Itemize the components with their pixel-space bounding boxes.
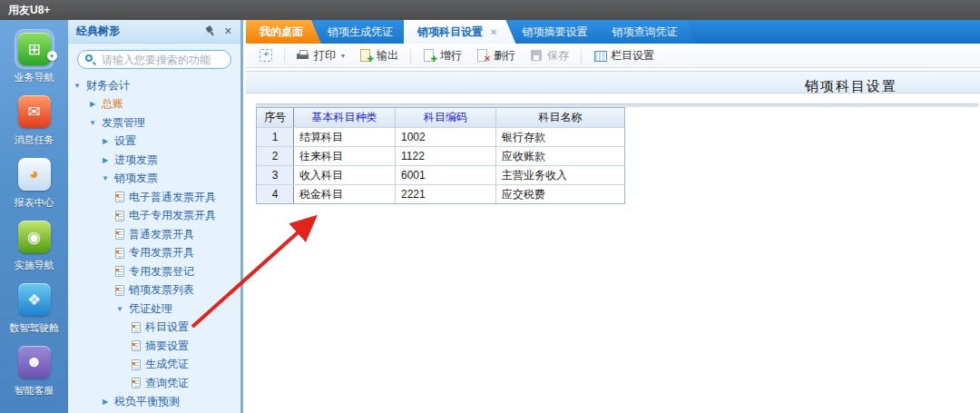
tree-item-label: 总账	[102, 96, 123, 112]
tree-item[interactable]: 进项发票	[68, 151, 240, 170]
sidebar-item[interactable]: ▾ 数智驾驶舱	[9, 280, 59, 335]
tree-panel-title: 经典树形	[76, 24, 204, 39]
toolbar-button-icon	[423, 49, 436, 62]
tree-expander-icon[interactable]	[101, 398, 110, 406]
tree-expander-icon[interactable]	[101, 137, 110, 145]
cell-row-number: 2	[257, 147, 293, 165]
cell-subject-name[interactable]: 主营业务收入	[495, 166, 624, 184]
window-titlebar: 用友U8+	[0, 0, 980, 20]
tree-item[interactable]: 财务会计	[68, 76, 240, 95]
tree-item[interactable]: 销项发票列表	[68, 281, 240, 300]
tab-close-icon[interactable]	[490, 27, 497, 37]
sidebar-icon-wrap: ▾	[15, 155, 54, 193]
toolbar-button[interactable]	[410, 49, 411, 63]
sidebar-icon-wrap: ▾	[15, 93, 54, 131]
grid-header-row: 序号基本科目种类科目编码科目名称	[257, 108, 624, 127]
toolbar-button[interactable]	[284, 49, 285, 63]
tree-expander-icon[interactable]	[101, 156, 110, 164]
document-tab[interactable]: 我的桌面	[246, 20, 321, 44]
sidebar-item[interactable]: ▾ 智能客服	[15, 343, 54, 398]
chevron-down-icon[interactable]: ▾	[47, 51, 57, 61]
cell-subject-code[interactable]: 6001	[395, 166, 495, 184]
sidebar-icon-wrap: ▾	[15, 343, 54, 381]
tree-expander-icon[interactable]	[88, 119, 97, 127]
tree-item[interactable]: 查询凭证	[68, 374, 240, 393]
print[interactable]: 打印	[289, 45, 352, 66]
tab-label: 销项摘要设置	[522, 25, 587, 40]
document-tab[interactable]: 销项摘要设置	[508, 20, 605, 44]
tree-expander-icon[interactable]	[115, 305, 124, 313]
tab-label: 销项查询凭证	[612, 25, 677, 40]
tree-item[interactable]: 电子专用发票开具	[68, 207, 240, 226]
tree-item[interactable]: 税负平衡预测	[68, 393, 240, 412]
tree-item[interactable]: 发票管理	[68, 113, 240, 133]
tree-expander-icon[interactable]	[88, 100, 97, 108]
tree-item-label: 进项发票	[114, 152, 158, 168]
cell-row-number: 3	[257, 166, 293, 184]
sidebar-item[interactable]: ▾ 实施导航	[15, 218, 54, 272]
document-tab[interactable]: 销项生成凭证	[314, 20, 411, 44]
cell-subject-kind[interactable]: 结算科目	[293, 128, 395, 146]
sidebar-module-icon	[18, 158, 51, 191]
sidebar-item[interactable]: ▾ 报表中心	[15, 155, 54, 210]
tree-item-label: 电子普通发票开具	[129, 190, 216, 205]
银行存款[interactable]: 1 结算科目 1002 银行存款	[257, 127, 624, 146]
sidebar-icon-wrap: ▾	[15, 280, 54, 319]
tree-item[interactable]: 生成凭证	[68, 356, 240, 375]
add-row[interactable]: 增行	[416, 45, 469, 66]
cell-row-number: 4	[257, 185, 293, 203]
cell-subject-kind[interactable]: 往来科目	[293, 147, 395, 165]
cell-subject-kind[interactable]: 收入科目	[293, 166, 395, 184]
export[interactable]: 输出	[352, 45, 406, 66]
tree-item[interactable]: 总账	[68, 95, 240, 114]
tree-item[interactable]: 普通发票开具	[68, 225, 240, 244]
document-tab[interactable]: 销项科目设置	[404, 20, 515, 44]
cell-subject-code[interactable]: 1002	[395, 128, 495, 146]
sidebar-icon-wrap: ▾	[15, 218, 54, 256]
sidebar-module-icon	[18, 346, 51, 379]
tree-item[interactable]: 设置	[68, 133, 240, 152]
tree-item-label: 税负平衡预测	[114, 394, 180, 409]
应收账款[interactable]: 2 往来科目 1122 应收账款	[257, 146, 624, 165]
sidebar-item[interactable]: ▾ 业务导航	[15, 30, 54, 84]
tree-item[interactable]: 摘要设置	[68, 337, 240, 356]
cell-subject-code[interactable]: 2221	[395, 185, 495, 203]
toolbar-button[interactable]	[581, 49, 582, 63]
search-input[interactable]	[77, 50, 231, 69]
sidebar-item-label: 业务导航	[15, 71, 54, 84]
tree-item[interactable]: 专用发票开具	[68, 244, 240, 263]
document-tab[interactable]: 销项查询凭证	[598, 20, 695, 44]
toolbar-button-label: 增行	[440, 48, 462, 64]
cell-subject-name[interactable]: 银行存款	[495, 128, 624, 146]
tree-item[interactable]: 专用发票登记	[68, 262, 240, 281]
主营业务收入[interactable]: 3 收入科目 6001 主营业务收入	[257, 165, 624, 184]
tree-item[interactable]: 科目设置	[68, 319, 240, 338]
tree-item-label: 凭证处理	[129, 301, 172, 317]
tree-search-area	[68, 44, 240, 76]
sidebar-item[interactable]: ▾ 消息任务	[15, 93, 54, 147]
add-tab[interactable]	[252, 46, 279, 64]
tree-item[interactable]: 销项发票	[68, 170, 240, 189]
tree-expander-icon[interactable]	[73, 82, 82, 90]
cell-subject-name[interactable]: 应交税费	[495, 185, 624, 203]
tree-item[interactable]: 凭证处理	[68, 300, 240, 319]
document-icon	[115, 266, 124, 277]
cell-subject-code[interactable]: 1122	[395, 147, 495, 165]
page-title-band: 销项科目设置	[246, 71, 980, 93]
tree-expander-icon[interactable]	[101, 174, 110, 182]
cell-subject-name[interactable]: 应收账款	[495, 147, 624, 165]
tree-item[interactable]: 电子普通发票开具	[68, 188, 240, 207]
close-icon[interactable]: ✕	[224, 25, 232, 37]
column-settings[interactable]: 栏目设置	[586, 45, 662, 66]
应交税费[interactable]: 4 税金科目 2221 应交税费	[257, 184, 624, 203]
save[interactable]: 保存	[523, 45, 576, 66]
cell-subject-kind[interactable]: 税金科目	[293, 185, 395, 203]
tree-item-label: 电子专用发票开具	[129, 208, 216, 223]
delete-row[interactable]: 删行	[469, 45, 523, 66]
pin-icon[interactable]	[201, 24, 218, 40]
cell-row-number: 1	[257, 128, 293, 146]
toolbar: 打印 输出 增行 删行 保存	[246, 44, 980, 68]
tree-item-label: 销项发票列表	[129, 282, 194, 298]
function-tree: 财务会计 总账 发票管理 设置 进项发票	[68, 76, 240, 413]
toolbar-button-label: 输出	[377, 48, 398, 64]
